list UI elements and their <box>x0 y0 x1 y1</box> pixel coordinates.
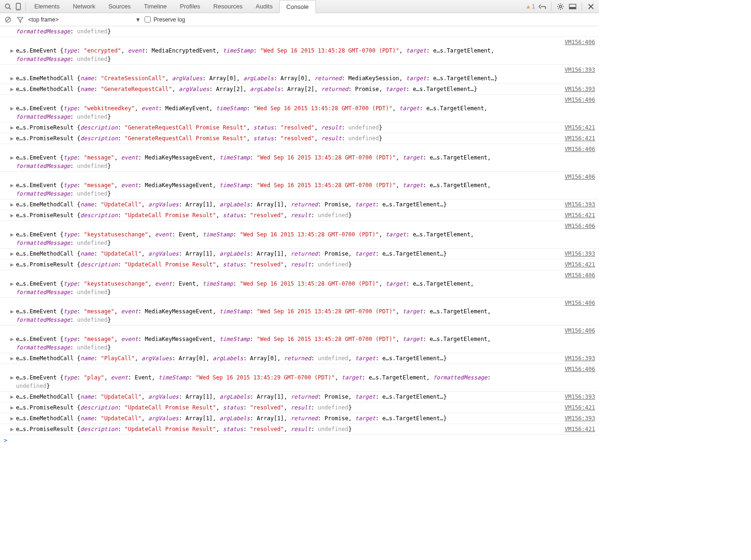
search-icon[interactable] <box>3 1 13 12</box>
log-row: VM156:421 ▶ e…s.PromiseResult {descripti… <box>0 122 599 133</box>
expand-arrow-icon[interactable]: ▶ <box>10 200 14 209</box>
expand-arrow-icon[interactable]: ▶ <box>10 85 14 93</box>
svg-rect-14 <box>569 7 576 9</box>
log-row: VM156:393 ▶ e…s.EmeMethodCall {name: "Up… <box>0 392 599 402</box>
source-link[interactable]: VM156:393 <box>565 85 595 93</box>
log-row: VM156:406 ▶ e…s.EmeEvent {type: "encrypt… <box>0 37 599 65</box>
tab-audits[interactable]: Audits <box>249 0 279 13</box>
log-row: VM156:406 ▶ e…s.EmeEvent {type: "message… <box>0 144 599 172</box>
source-link[interactable]: VM156:406 <box>565 326 595 335</box>
warning-icon: ▲ <box>525 3 531 10</box>
preserve-log-checkbox[interactable]: Preserve log <box>145 16 185 23</box>
svg-line-1 <box>9 8 11 9</box>
source-link[interactable]: VM156:421 <box>565 134 595 143</box>
dock-icon[interactable] <box>567 1 578 12</box>
expand-arrow-icon[interactable]: ▶ <box>10 414 14 423</box>
expand-arrow-icon[interactable]: ▶ <box>10 123 14 132</box>
log-row: VM156:406 ▶ e…s.EmeEvent {type: "message… <box>0 325 599 353</box>
clear-console-icon[interactable] <box>4 15 12 24</box>
expand-arrow-icon[interactable]: ▶ <box>10 46 14 55</box>
source-link[interactable]: VM156:393 <box>565 66 595 74</box>
log-row: VM156:393 ▶ e…s.EmeMethodCall {name: "Cr… <box>0 65 599 84</box>
log-row: VM156:393 ▶ e…s.EmeMethodCall {name: "Ge… <box>0 84 599 95</box>
source-link[interactable]: VM156:406 <box>565 271 595 280</box>
source-link[interactable]: VM156:406 <box>565 38 595 46</box>
separator <box>582 2 582 11</box>
expand-arrow-icon[interactable]: ▶ <box>10 260 14 269</box>
frame-selector[interactable]: <top frame> ▼ <box>28 16 141 23</box>
log-row: VM156:421 ▶ e…s.PromiseResult {descripti… <box>0 259 599 270</box>
source-link[interactable]: VM156:406 <box>565 145 595 153</box>
log-row: formattedMessage: undefined} <box>0 26 599 37</box>
source-link[interactable]: VM156:406 <box>565 173 595 181</box>
chevron-down-icon: ▼ <box>135 16 141 23</box>
tab-console[interactable]: Console <box>279 0 316 13</box>
close-icon[interactable] <box>586 1 596 12</box>
expand-arrow-icon[interactable]: ▶ <box>10 211 14 219</box>
expand-arrow-icon[interactable]: ▶ <box>10 403 14 412</box>
source-link[interactable]: VM156:393 <box>565 414 595 423</box>
filter-icon[interactable] <box>16 15 24 24</box>
source-link[interactable]: VM156:393 <box>565 200 595 209</box>
tab-elements[interactable]: Elements <box>28 0 66 13</box>
source-link[interactable]: VM156:406 <box>565 299 595 307</box>
devtools-main-toolbar: Elements Network Sources Timeline Profil… <box>0 0 599 13</box>
source-link[interactable]: VM156:421 <box>565 260 595 269</box>
svg-line-18 <box>6 18 10 22</box>
log-row: VM156:406 ▶ e…s.EmeEvent {type: "message… <box>0 172 599 199</box>
source-link[interactable]: VM156:393 <box>565 393 595 401</box>
expand-arrow-icon[interactable]: ▶ <box>10 280 14 288</box>
separator <box>551 2 552 11</box>
svg-point-3 <box>18 8 19 9</box>
source-link[interactable]: VM156:421 <box>565 211 595 219</box>
toolbar-right: ▲ 1 <box>525 1 596 12</box>
expand-arrow-icon[interactable]: ▶ <box>10 104 14 113</box>
source-link[interactable]: VM156:406 <box>565 222 595 230</box>
source-link[interactable]: VM156:393 <box>565 354 595 363</box>
log-row: VM156:421 ▶ e…s.PromiseResult {descripti… <box>0 402 599 413</box>
expand-arrow-icon[interactable]: ▶ <box>10 393 14 401</box>
tab-network[interactable]: Network <box>66 0 102 13</box>
source-link[interactable]: VM156:421 <box>565 403 595 412</box>
console-output: formattedMessage: undefined} VM156:406 ▶… <box>0 26 599 446</box>
log-row: VM156:393 ▶ e…s.EmeMethodCall {name: "Up… <box>0 249 599 259</box>
source-link[interactable]: VM156:406 <box>565 365 595 373</box>
tab-timeline[interactable]: Timeline <box>138 0 174 13</box>
expand-arrow-icon[interactable]: ▶ <box>10 354 14 363</box>
log-row: VM156:421 ▶ e…s.PromiseResult {descripti… <box>0 424 599 435</box>
log-row: VM156:393 ▶ e…s.EmeMethodCall {name: "Up… <box>0 199 599 210</box>
expand-arrow-icon[interactable]: ▶ <box>10 134 14 143</box>
log-row: VM156:393 ▶ e…s.EmeMethodCall {name: "Pl… <box>0 353 599 364</box>
svg-line-10 <box>562 8 563 9</box>
source-link[interactable]: VM156:421 <box>565 425 595 433</box>
device-icon[interactable] <box>13 1 23 12</box>
tab-resources[interactable]: Resources <box>207 0 249 13</box>
expand-arrow-icon[interactable]: ▶ <box>10 230 14 239</box>
warning-count[interactable]: ▲ 1 <box>525 3 535 10</box>
tab-profiles[interactable]: Profiles <box>173 0 207 13</box>
expand-arrow-icon[interactable]: ▶ <box>10 250 14 258</box>
expand-arrow-icon[interactable]: ▶ <box>10 373 14 382</box>
svg-line-9 <box>558 4 559 5</box>
svg-line-11 <box>558 8 559 9</box>
log-row: VM156:406 ▶ e…s.EmeEvent {type: "webkitn… <box>0 95 599 122</box>
show-drawer-icon[interactable] <box>537 1 547 12</box>
expand-arrow-icon[interactable]: ▶ <box>10 425 14 433</box>
expand-arrow-icon[interactable]: ▶ <box>10 335 14 343</box>
source-link[interactable]: VM156:393 <box>565 250 595 258</box>
preserve-log-input[interactable] <box>145 16 151 23</box>
console-prompt[interactable]: > <box>0 435 599 446</box>
expand-arrow-icon[interactable]: ▶ <box>10 153 14 162</box>
expand-arrow-icon[interactable]: ▶ <box>10 74 14 83</box>
log-row: VM156:393 ▶ e…s.EmeMethodCall {name: "Up… <box>0 413 599 424</box>
source-link[interactable]: VM156:421 <box>565 123 595 132</box>
log-row: VM156:406 ▶ e…s.EmeEvent {type: "play", … <box>0 364 599 392</box>
tab-sources[interactable]: Sources <box>102 0 138 13</box>
expand-arrow-icon[interactable]: ▶ <box>10 181 14 189</box>
source-link[interactable]: VM156:406 <box>565 96 595 104</box>
expand-arrow-icon[interactable]: ▶ <box>10 307 14 316</box>
frame-selector-value: <top frame> <box>28 16 59 23</box>
log-row: VM156:421 ▶ e…s.PromiseResult {descripti… <box>0 210 599 221</box>
svg-point-0 <box>6 4 10 8</box>
settings-gear-icon[interactable] <box>555 1 566 12</box>
